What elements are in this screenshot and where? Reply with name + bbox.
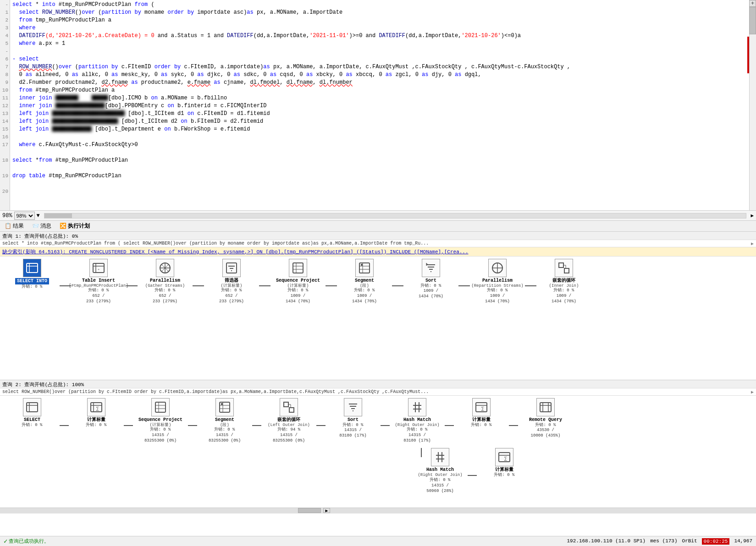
messages-label: 消息 <box>40 222 51 230</box>
sql-line-15: left join ████████████████████ [dbo].t_I… <box>12 118 747 126</box>
node-sort1[interactable]: Sort 升销: 0 %1009 /1434 (70%) <box>403 259 458 300</box>
node-segment[interactable]: Segment (段) 升销: 0 %1009 /1434 (70%) <box>337 259 392 305</box>
hash-match-right2-icon <box>431 448 449 466</box>
parallelism-gather-sub: (Gather Streams) <box>145 284 185 289</box>
parallelism-gather-icon <box>156 259 174 277</box>
hash-match-right-sub: (Right Outer Join) <box>395 423 439 428</box>
filter-icon <box>222 259 241 277</box>
nested-loop-left-sub: (Left Outer Join) <box>268 423 310 428</box>
sort1-stats: 升销: 0 %1009 /1434 (70%) <box>419 284 443 300</box>
arrow-6 <box>392 285 403 286</box>
editor-scrollbar[interactable]: + <box>749 0 756 210</box>
segment2-stats: 升销: 0 %14315 /83255300 (0%) <box>209 427 241 443</box>
editor-scrollbar-thumb[interactable] <box>749 7 756 34</box>
query2-sql: select ROW_NUMBER()over (partition by c.… <box>0 388 756 395</box>
compute2a-label: 计算标量 <box>87 417 105 423</box>
compute2a-stats: 升销: 0 % <box>86 423 106 428</box>
missing-index-text: 缺少索引(影响 64.5163): CREATE NONCLUSTERED IN… <box>2 249 469 255</box>
svg-rect-67 <box>540 403 551 412</box>
sql-line-17: where c.FAuxQtyMust-c.FAuxStockQty>0 <box>12 141 747 149</box>
sql-content[interactable]: select * into #tmp_RunPMCProductPlan fro… <box>10 0 749 210</box>
node-sort2[interactable]: Sort 升销: 0 %14315 /83180 (17%) <box>326 398 381 439</box>
node-parallelism-repartition[interactable]: Parallelism (Repartition Streams) 升销: 0 … <box>470 259 525 305</box>
table-insert-stats: 升销: 0 %652 /233 (279%) <box>86 288 111 304</box>
sql-line-19: drop table #tmp_RunPMCProductPlan <box>12 172 747 180</box>
node-select2[interactable]: SELECT 升销: 0 % <box>5 398 60 428</box>
plan-section-2[interactable]: SELECT 升销: 0 % ∑ 计算标量 升销: 0 % Sequence P… <box>0 396 756 508</box>
node-filter[interactable]: 筛选器 (计算标量) 升销: 0 %652 /233 (279%) <box>204 259 259 305</box>
compute2b-stats: 升销: 0 % <box>471 423 491 428</box>
seq-project2-sub: (计算标量) <box>150 423 171 428</box>
seq-project2-stats: 升销: 0 %14315 /83255300 (0%) <box>144 427 177 443</box>
table-insert-label: Table Insert <box>82 278 115 284</box>
remote-query-stats: 升销: 0 %43530 /10000 (435%) <box>531 423 561 439</box>
node-compute2b[interactable]: ∑ 计算标量 升销: 0 % <box>454 398 509 428</box>
hash-match-right-icon <box>408 398 426 416</box>
compute2a-icon: ∑ <box>87 398 105 416</box>
results-icon: 📋 <box>5 223 11 229</box>
tab-plan[interactable]: 🔀 执行计划 <box>57 221 92 231</box>
plan-section-1[interactable]: SELECT INTO 升销: 0 % + Table Insert [#tmp… <box>0 257 756 381</box>
node-remote-query[interactable]: Remote Query 升销: 0 %43530 /10000 (435%) <box>518 398 573 439</box>
plan1-expand[interactable]: ▶ <box>751 241 754 246</box>
tab-results[interactable]: 📋 结果 <box>2 221 26 231</box>
svg-text:∑: ∑ <box>504 456 507 461</box>
node-nested-loop-inner[interactable]: 嵌套的循环 (Inner Join) 升销: 0 %1009 /1434 (70… <box>536 259 591 305</box>
arrow-p2-6 <box>381 425 390 426</box>
svg-text:+: + <box>98 268 99 272</box>
parallelism-gather-label: Parallelism <box>150 278 180 284</box>
zoom-select[interactable]: 98% <box>14 212 35 220</box>
sql-editor[interactable]: - 1 2 3 4 5 - 6 7 8 9 10 11 12 13 14 15 … <box>0 0 756 211</box>
ok-icon: ✓ <box>4 537 7 545</box>
sort2-stats: 升销: 0 %14315 /83180 (17%) <box>339 423 366 439</box>
plan1-container: SELECT INTO 升销: 0 % + Table Insert [#tmp… <box>0 257 756 307</box>
sql-line-14: left join ██████████████████████ [dbo].t… <box>12 110 747 118</box>
select2-icon <box>23 398 41 416</box>
compute2b-icon: ∑ <box>472 398 491 416</box>
node-compute2a[interactable]: ∑ 计算标量 升销: 0 % <box>69 398 124 428</box>
status-right: 192.168.100.110 (11.0 SP1) mes (173) OrB… <box>567 538 753 545</box>
query1-sql: select * into #tmp_RunPMCProductPlan fro… <box>0 240 756 247</box>
svg-rect-51 <box>221 403 223 405</box>
node-hash-match-right2[interactable]: Hash Match (Right Outer Join) 升销: 0 %143… <box>413 448 468 494</box>
sql-line-11: from #tmp_RunPMCProductPlan a <box>12 87 747 94</box>
arrow-p2-7 <box>445 425 454 426</box>
seq-project-stats: 升销: 0 %1009 /1434 (70%) <box>286 288 310 304</box>
segment2-icon <box>215 398 234 416</box>
node-compute2c[interactable]: ∑ 计算标量 升销: 0 % <box>477 448 532 494</box>
node-segment2[interactable]: Segment (段) 升销: 0 %14315 /83255300 (0%) <box>197 398 252 444</box>
select-into-icon <box>23 259 41 277</box>
sql-line-empty4 <box>12 164 747 172</box>
svg-rect-43 <box>155 402 166 412</box>
nested-loop-left-label: 嵌套的循环 <box>277 417 300 423</box>
plan-hscrollbar[interactable]: ▶ <box>0 508 756 513</box>
node-seq-project[interactable]: Sequence Project (计算标量) 升销: 0 %1009 /143… <box>270 259 326 305</box>
sql-line-3: from tmp_RunPMCProductPlan a <box>12 16 747 24</box>
node-parallelism-gather[interactable]: Parallelism (Gather Streams) 升销: 0 %652 … <box>138 259 193 305</box>
remote-query-icon <box>536 398 555 416</box>
hash-match-right2-stats: 升销: 0 %14315 /50960 (28%) <box>426 478 453 494</box>
hash-match-right-label: Hash Match <box>403 417 431 423</box>
node-hash-match-right[interactable]: Hash Match (Right Outer Join) 升销: 0 %143… <box>390 398 445 444</box>
plan2-expand[interactable]: ▶ <box>751 389 754 395</box>
nested-loop-left-icon <box>280 398 298 416</box>
tab-bar: 📋 结果 📨 消息 🔀 执行计划 <box>0 221 756 232</box>
node-table-insert[interactable]: + Table Insert [#tmp_RunPMCProductPlan] … <box>71 259 126 305</box>
node-nested-loop-left[interactable]: 嵌套的循环 (Left Outer Join) 升销: 94 %14315 /8… <box>261 398 316 444</box>
plan-hscrollbar-thumb[interactable] <box>298 508 321 513</box>
editor-scrollbar-plus[interactable]: + <box>749 0 756 7</box>
tab-messages[interactable]: 📨 消息 <box>30 221 54 231</box>
sort2-label: Sort <box>348 417 359 423</box>
arrow-p2-2 <box>124 425 133 426</box>
svg-rect-53 <box>289 408 294 412</box>
seq-project-icon <box>289 259 307 277</box>
node-select-into[interactable]: SELECT INTO 升销: 0 % <box>5 259 60 290</box>
filter-sub: (计算标量) <box>221 284 243 289</box>
filter-stats: 升销: 0 %652 /233 (279%) <box>219 288 244 304</box>
table-insert-sub: [#tmp_RunPMCProductPlan] <box>69 284 128 289</box>
seq-project2-icon <box>151 398 170 416</box>
compute2b-label: 计算标量 <box>472 417 491 423</box>
sort2-icon <box>344 398 362 416</box>
plan-label: 执行计划 <box>68 222 90 230</box>
node-seq-project2[interactable]: Sequence Project (计算标量) 升销: 0 %14315 /83… <box>133 398 188 444</box>
